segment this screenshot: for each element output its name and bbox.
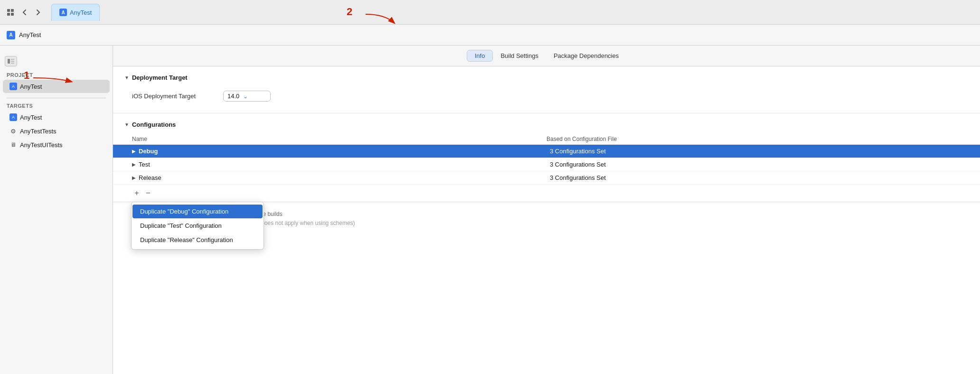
sidebar: PROJECT A AnyTest 1 TARGETS A AnyTest <box>0 46 113 374</box>
release-row-name: Release <box>139 174 550 181</box>
debug-chevron-icon: ▶ <box>132 149 136 154</box>
breadcrumb-toolbar: A AnyTest <box>0 25 980 46</box>
tab-build-settings[interactable]: Build Settings <box>493 50 546 61</box>
tab-package-dependencies[interactable]: Package Dependencies <box>546 50 626 61</box>
ios-deployment-value: 14.0 <box>227 93 239 100</box>
release-row-value: 3 Configurations Set <box>550 174 961 181</box>
tab-label: AnyTest <box>70 9 92 16</box>
project-app-icon: A <box>7 31 15 39</box>
duplicate-release-item[interactable]: Duplicate "Release" Configuration <box>132 233 263 247</box>
release-chevron-icon: ▶ <box>132 175 136 180</box>
content-area: Info Build Settings Package Dependencies… <box>113 46 980 374</box>
configurations-title: Configurations <box>132 121 176 128</box>
ios-deployment-label: iOS Deployment Target <box>132 93 217 100</box>
select-arrow-icon: ⌄ <box>243 93 248 100</box>
sidebar-item-anytest-project[interactable]: A AnyTest <box>3 80 110 93</box>
config-dropdown-menu: Duplicate "Debug" Configuration Duplicat… <box>131 202 264 250</box>
sidebar-target2-label: AnyTestTests <box>20 128 57 135</box>
config-row-test[interactable]: ▶ Test 3 Configurations Set <box>113 158 980 171</box>
sidebar-target1-label: AnyTest <box>20 114 42 121</box>
tab-app-icon: A <box>59 9 67 16</box>
svg-rect-1 <box>11 9 14 12</box>
sidebar-item-anytestuitests[interactable]: 🖥 AnyTestUITests <box>3 138 110 151</box>
config-row-release[interactable]: ▶ Release 3 Configurations Set <box>113 171 980 185</box>
info-line2-gray: (does not apply when using schemes) <box>259 220 355 226</box>
main-toolbar: A AnyTest <box>0 0 980 25</box>
content-tabs: Info Build Settings Package Dependencies… <box>113 46 980 66</box>
col-config-header: Based on Configuration File <box>547 136 961 142</box>
configurations-section: ▼ Configurations Name Based on Configura… <box>113 113 980 243</box>
targets-section-label: TARGETS <box>0 103 113 109</box>
svg-rect-5 <box>11 59 14 60</box>
svg-rect-4 <box>8 59 10 64</box>
sidebar-project-label: AnyTest <box>20 83 42 90</box>
project-section-label: PROJECT <box>0 72 113 78</box>
back-button[interactable] <box>19 7 29 18</box>
grid-icon[interactable] <box>6 8 15 17</box>
config-actions-row: + − Duplicate "Debug" Configuration Dupl… <box>113 185 980 202</box>
config-table-header: Name Based on Configuration File <box>113 134 980 145</box>
project-icon: A <box>9 83 17 90</box>
add-config-button[interactable]: + <box>132 188 141 198</box>
deployment-chevron-icon: ▼ <box>124 75 129 80</box>
toggle-sidebar-button[interactable] <box>5 56 17 66</box>
test-chevron-icon: ▶ <box>132 162 136 167</box>
svg-rect-3 <box>11 13 14 16</box>
sidebar-item-anytesttests[interactable]: ⚙ AnyTestTests <box>3 124 110 138</box>
annotation-3-arrow <box>113 185 122 199</box>
deployment-target-header[interactable]: ▼ Deployment Target <box>124 74 969 81</box>
configurations-header[interactable]: ▼ Configurations <box>113 121 980 128</box>
debug-row-name: Debug <box>139 148 550 155</box>
remove-config-button[interactable]: − <box>143 188 153 198</box>
anytest-tab[interactable]: A AnyTest <box>51 4 100 21</box>
content-body: ▼ Deployment Target iOS Deployment Targe… <box>113 66 980 374</box>
deployment-target-section: ▼ Deployment Target iOS Deployment Targe… <box>113 66 980 113</box>
test-row-value: 3 Configurations Set <box>550 161 961 168</box>
tab-info[interactable]: Info <box>467 50 493 62</box>
forward-button[interactable] <box>33 7 44 18</box>
target-anytest-icon: A <box>9 113 17 121</box>
debug-row-value: 3 Configurations Set <box>550 148 961 155</box>
configurations-chevron-icon: ▼ <box>124 122 129 127</box>
ios-deployment-select[interactable]: 14.0 ⌄ <box>223 91 271 102</box>
config-row-debug[interactable]: ▶ Debug 3 Configurations Set <box>113 145 980 158</box>
test-row-name: Test <box>139 161 550 168</box>
target-uitests-icon: 🖥 <box>9 141 17 149</box>
svg-rect-7 <box>11 63 14 64</box>
main-layout: PROJECT A AnyTest 1 TARGETS A AnyTest <box>0 46 980 374</box>
deployment-target-title: Deployment Target <box>132 74 188 81</box>
target-tests-icon: ⚙ <box>9 127 17 135</box>
sidebar-divider <box>7 98 106 98</box>
svg-rect-0 <box>7 9 10 12</box>
svg-rect-6 <box>11 61 14 62</box>
sidebar-target3-label: AnyTestUITests <box>20 141 63 149</box>
duplicate-debug-item[interactable]: Duplicate "Debug" Configuration <box>132 205 263 218</box>
col-name-header: Name <box>132 136 547 142</box>
deployment-target-row: iOS Deployment Target 14.0 ⌄ <box>124 87 969 105</box>
duplicate-test-item[interactable]: Duplicate "Test" Configuration <box>132 219 263 233</box>
project-breadcrumb-label: AnyTest <box>19 31 41 38</box>
svg-rect-2 <box>7 13 10 16</box>
sidebar-item-anytest-target[interactable]: A AnyTest <box>3 111 110 124</box>
